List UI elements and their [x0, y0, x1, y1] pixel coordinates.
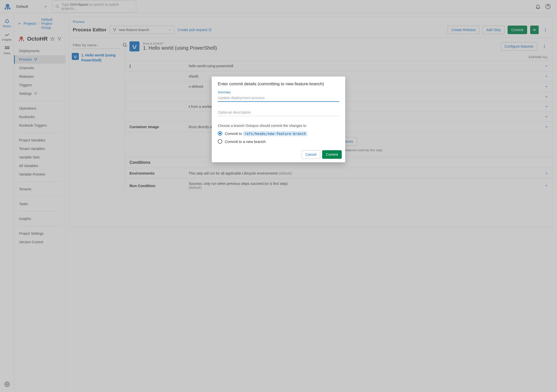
modal-actions: Cancel Commit — [212, 146, 345, 162]
cancel-button[interactable]: Cancel — [302, 150, 320, 159]
commit-modal: Enter commit details (committing to new-… — [212, 76, 345, 162]
branch-hint: Choose a branch Octopus should commit th… — [218, 124, 339, 128]
radio-commit-existing[interactable]: Commit to refs/heads/new-feature-branch — [218, 131, 339, 136]
branch-ref: refs/heads/new-feature-branch — [243, 131, 307, 136]
summary-label: Summary — [218, 91, 339, 94]
summary-input[interactable] — [218, 94, 339, 102]
description-input[interactable] — [218, 105, 339, 116]
commit-button[interactable]: Commit — [322, 150, 342, 159]
modal-overlay: Enter commit details (committing to new-… — [0, 0, 557, 392]
modal-title: Enter commit details (committing to new-… — [218, 82, 339, 87]
radio-icon — [218, 139, 222, 144]
radio-commit-new[interactable]: Commit to a new branch — [218, 139, 339, 144]
radio-icon — [218, 131, 222, 136]
